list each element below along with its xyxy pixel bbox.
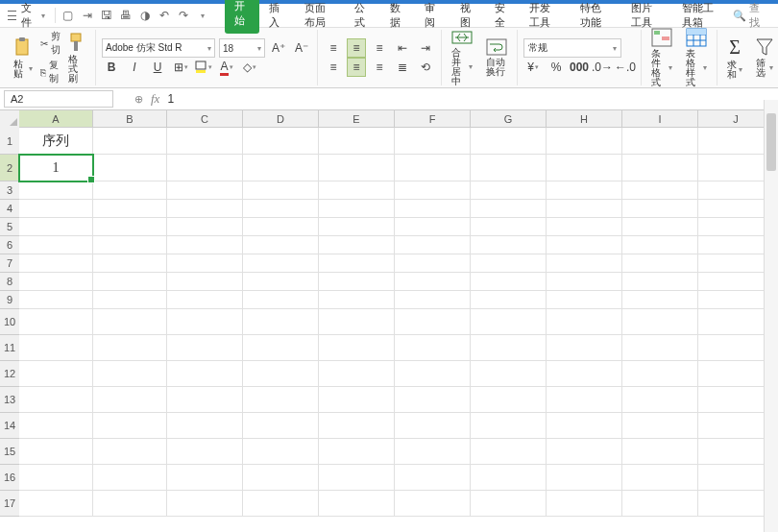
row-header-2[interactable]: 2 bbox=[0, 155, 20, 181]
cell-A11[interactable] bbox=[19, 335, 93, 361]
cell-F11[interactable] bbox=[395, 335, 471, 361]
align-left-button[interactable]: ≡ bbox=[324, 58, 343, 77]
cell-F16[interactable] bbox=[395, 465, 471, 491]
cell-C6[interactable] bbox=[167, 236, 243, 254]
cell-E11[interactable] bbox=[319, 335, 395, 361]
cell-A7[interactable] bbox=[19, 254, 93, 273]
cell-G6[interactable] bbox=[471, 236, 547, 254]
formula-input[interactable]: 1 bbox=[167, 92, 174, 106]
cell-H16[interactable] bbox=[547, 465, 622, 491]
cell-G3[interactable] bbox=[471, 181, 547, 200]
cell-E12[interactable] bbox=[319, 361, 395, 387]
cell-I3[interactable] bbox=[622, 181, 698, 200]
cell-B12[interactable] bbox=[93, 361, 167, 387]
cell-G1[interactable] bbox=[471, 128, 547, 155]
cell-A8[interactable] bbox=[19, 273, 93, 291]
conditional-format-button[interactable]: 条件格式▾ bbox=[647, 28, 676, 87]
cell-E9[interactable] bbox=[319, 291, 395, 309]
cell-I7[interactable] bbox=[622, 254, 698, 273]
cell-F5[interactable] bbox=[395, 218, 471, 236]
cell-B9[interactable] bbox=[93, 291, 167, 309]
col-header-A[interactable]: A bbox=[19, 110, 93, 128]
open-icon[interactable]: ⇥ bbox=[81, 9, 94, 22]
preview-icon[interactable]: ◑ bbox=[138, 9, 152, 22]
cell-C15[interactable] bbox=[167, 439, 243, 465]
redo-icon[interactable]: ↷ bbox=[177, 9, 190, 22]
cell-G13[interactable] bbox=[471, 387, 547, 413]
cell-C14[interactable] bbox=[167, 413, 243, 439]
file-menu-button[interactable]: 文件 ▾ bbox=[4, 0, 49, 32]
merge-center-button[interactable]: 合并居中▾ bbox=[448, 29, 476, 86]
cell-I17[interactable] bbox=[622, 491, 698, 517]
cell-H6[interactable] bbox=[547, 236, 622, 254]
row-header-7[interactable]: 7 bbox=[0, 254, 20, 273]
col-header-I[interactable]: I bbox=[622, 110, 698, 128]
cell-A2[interactable]: 1 bbox=[19, 155, 93, 181]
cell-H8[interactable] bbox=[547, 273, 622, 291]
cell-I1[interactable] bbox=[622, 128, 698, 155]
align-center-button[interactable]: ≡ bbox=[347, 58, 366, 77]
cell-E2[interactable] bbox=[319, 155, 395, 181]
cell-E17[interactable] bbox=[319, 491, 395, 517]
cell-D9[interactable] bbox=[243, 291, 319, 309]
cell-H12[interactable] bbox=[547, 361, 622, 387]
cell-E4[interactable] bbox=[319, 200, 395, 218]
cell-A12[interactable] bbox=[19, 361, 93, 387]
cell-H13[interactable] bbox=[547, 387, 622, 413]
row-header-1[interactable]: 1 bbox=[0, 128, 20, 155]
cell-F2[interactable] bbox=[395, 155, 471, 181]
cell-F4[interactable] bbox=[395, 200, 471, 218]
cell-I6[interactable] bbox=[622, 236, 698, 254]
cell-C2[interactable] bbox=[167, 155, 243, 181]
cell-H7[interactable] bbox=[547, 254, 622, 273]
cell-I9[interactable] bbox=[622, 291, 698, 309]
cell-D10[interactable] bbox=[243, 309, 319, 335]
cell-H4[interactable] bbox=[547, 200, 622, 218]
cell-C9[interactable] bbox=[167, 291, 243, 309]
cell-G14[interactable] bbox=[471, 413, 547, 439]
cell-A3[interactable] bbox=[19, 181, 93, 200]
row-header-15[interactable]: 15 bbox=[0, 439, 20, 465]
cell-G2[interactable] bbox=[471, 155, 547, 181]
tab-3[interactable]: 公式 bbox=[345, 0, 379, 34]
cell-G9[interactable] bbox=[471, 291, 547, 309]
col-header-B[interactable]: B bbox=[93, 110, 167, 128]
cell-I15[interactable] bbox=[622, 439, 698, 465]
row-header-3[interactable]: 3 bbox=[0, 181, 20, 200]
cell-B13[interactable] bbox=[93, 387, 167, 413]
align-justify-button[interactable]: ≣ bbox=[393, 58, 412, 77]
cell-C8[interactable] bbox=[167, 273, 243, 291]
tab-0[interactable]: 开始 bbox=[225, 0, 259, 34]
col-header-H[interactable]: H bbox=[547, 110, 622, 128]
align-bottom-button[interactable]: ≡ bbox=[370, 38, 389, 58]
cell-F7[interactable] bbox=[395, 254, 471, 273]
cell-E15[interactable] bbox=[319, 439, 395, 465]
search-box[interactable]: 🔍 查找 bbox=[733, 1, 774, 30]
cell-A14[interactable] bbox=[19, 413, 93, 439]
cell-F8[interactable] bbox=[395, 273, 471, 291]
cell-C12[interactable] bbox=[167, 361, 243, 387]
cell-H11[interactable] bbox=[547, 335, 622, 361]
row-header-9[interactable]: 9 bbox=[0, 291, 20, 309]
cell-D14[interactable] bbox=[243, 413, 319, 439]
cell-I16[interactable] bbox=[622, 465, 698, 491]
cell-C13[interactable] bbox=[167, 387, 243, 413]
font-name-select[interactable]: Adobe 仿宋 Std R▾ bbox=[102, 38, 215, 58]
name-box[interactable]: A2 bbox=[4, 90, 113, 108]
col-header-G[interactable]: G bbox=[471, 110, 547, 128]
cell-F14[interactable] bbox=[395, 413, 471, 439]
cut-button[interactable]: ✂剪切 bbox=[40, 30, 61, 57]
tab-9[interactable]: 特色功能 bbox=[571, 0, 621, 34]
cell-H9[interactable] bbox=[547, 291, 622, 309]
border-button[interactable]: ⊞▾ bbox=[171, 58, 190, 77]
percent-button[interactable]: % bbox=[547, 58, 566, 77]
cell-I4[interactable] bbox=[622, 200, 698, 218]
bold-button[interactable]: B bbox=[102, 58, 121, 77]
table-style-button[interactable]: 表格样式▾ bbox=[682, 28, 711, 87]
qat-dropdown-icon[interactable]: ▾ bbox=[196, 9, 209, 22]
tab-8[interactable]: 开发工具 bbox=[520, 0, 571, 34]
cell-F6[interactable] bbox=[395, 236, 471, 254]
vertical-scrollbar[interactable] bbox=[764, 100, 778, 532]
sum-button[interactable]: Σ 求和▾ bbox=[723, 36, 746, 80]
cell-G4[interactable] bbox=[471, 200, 547, 218]
